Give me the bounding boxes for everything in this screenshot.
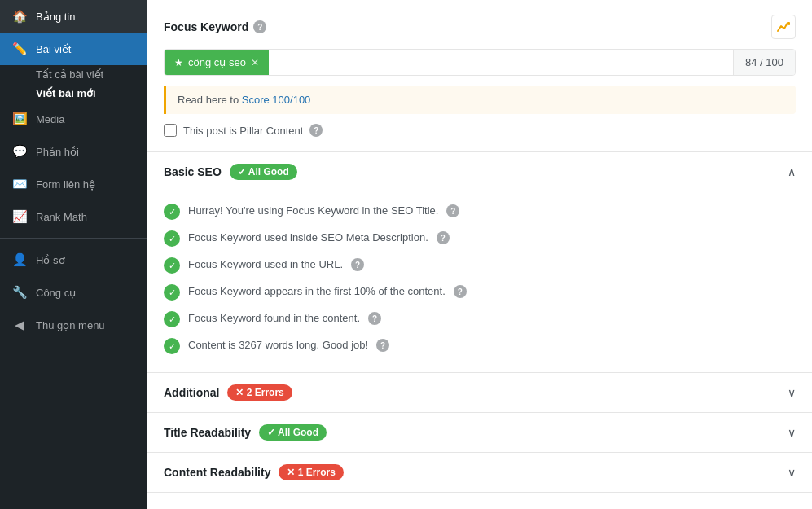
check-green-icon-2: ✓ bbox=[164, 257, 180, 274]
check-item-0: ✓ Hurray! You're using Focus Keyword in … bbox=[164, 198, 796, 225]
media-icon: 🖼️ bbox=[11, 111, 28, 127]
focus-keyword-header: Focus Keyword ? bbox=[164, 15, 796, 39]
sidebar-item-label: Công cụ bbox=[36, 287, 76, 299]
check-help-0[interactable]: ? bbox=[446, 204, 459, 217]
sub-label: Viết bài mới bbox=[36, 87, 96, 99]
content-readability-header[interactable]: Content Readability ✕ 1 Errors ∨ bbox=[147, 453, 812, 492]
check-help-1[interactable]: ? bbox=[437, 231, 450, 244]
additional-left: Additional ✕ 2 Errors bbox=[164, 384, 292, 401]
check-help-3[interactable]: ? bbox=[454, 285, 467, 298]
sub-label: Tất cả bài viết bbox=[36, 68, 103, 81]
title-readability-title: Title Readability bbox=[164, 426, 251, 439]
check-text-0: Hurray! You're using Focus Keyword in th… bbox=[188, 203, 438, 219]
title-readability-left: Title Readability ✓ All Good bbox=[164, 424, 327, 441]
sidebar-item-label: Media bbox=[36, 113, 64, 125]
sidebar-item-tools[interactable]: 🔧 Công cụ bbox=[0, 276, 147, 309]
title-readability-header[interactable]: Title Readability ✓ All Good ∨ bbox=[147, 413, 812, 452]
focus-keyword-label: Focus Keyword bbox=[164, 20, 248, 33]
main-content: Focus Keyword ? ★ công cụ seo ✕ 84 / 100 bbox=[147, 0, 812, 509]
check-text-3: Focus Keyword appears in the first 10% o… bbox=[188, 283, 446, 300]
sidebar-item-label: Thu gọn menu bbox=[36, 319, 105, 331]
sidebar-item-collapse[interactable]: ◀ Thu gọn menu bbox=[0, 309, 147, 341]
profile-icon: 👤 bbox=[11, 252, 28, 268]
chart-icon-button[interactable] bbox=[771, 15, 796, 39]
chart-svg bbox=[776, 20, 791, 34]
check-item-5: ✓ Content is 3267 words long. Good job! … bbox=[164, 332, 796, 359]
title-readability-chevron: ∨ bbox=[788, 426, 796, 439]
basic-seo-chevron: ∧ bbox=[788, 165, 796, 178]
sidebar-item-profile[interactable]: 👤 Hồ sơ bbox=[0, 244, 147, 276]
sidebar-item-label: Rank Math bbox=[36, 211, 87, 223]
rankmath-icon: 📈 bbox=[11, 208, 28, 225]
check-item-3: ✓ Focus Keyword appears in the first 10%… bbox=[164, 279, 796, 305]
check-green-icon-0: ✓ bbox=[164, 204, 180, 220]
check-help-4[interactable]: ? bbox=[368, 312, 381, 325]
comments-icon: 💬 bbox=[11, 143, 28, 160]
pillar-content-label: This post is Pillar Content bbox=[183, 125, 303, 137]
focus-keyword-title: Focus Keyword ? bbox=[164, 20, 266, 33]
check-green-icon-5: ✓ bbox=[164, 338, 180, 354]
basic-seo-check-items: ✓ Hurray! You're using Focus Keyword in … bbox=[147, 191, 812, 372]
keyword-score: 84 / 100 bbox=[733, 50, 795, 75]
sidebar-item-label: Bảng tin bbox=[36, 11, 75, 23]
additional-header[interactable]: Additional ✕ 2 Errors ∨ bbox=[147, 373, 812, 412]
pillar-help-icon[interactable]: ? bbox=[309, 124, 323, 137]
content-readability-title: Content Readability bbox=[164, 466, 270, 479]
keyword-tag: ★ công cụ seo ✕ bbox=[165, 50, 269, 75]
sidebar-sub-new-post[interactable]: Viết bài mới bbox=[0, 84, 147, 103]
check-green-icon-1: ✓ bbox=[164, 230, 180, 247]
title-readability-section: Title Readability ✓ All Good ∨ bbox=[147, 413, 812, 453]
additional-title: Additional bbox=[164, 386, 219, 399]
additional-chevron: ∨ bbox=[788, 386, 796, 399]
sidebar-item-media[interactable]: 🖼️ Media bbox=[0, 103, 147, 135]
basic-seo-header[interactable]: Basic SEO ✓ All Good ∧ bbox=[147, 152, 812, 191]
score-link[interactable]: Score 100/100 bbox=[242, 94, 311, 106]
basic-seo-badge: ✓ All Good bbox=[230, 164, 297, 180]
sidebar-item-rankmath[interactable]: 📈 Rank Math bbox=[0, 200, 147, 233]
sidebar-item-dashboard[interactable]: 🏠 Bảng tin bbox=[0, 0, 147, 33]
content-readability-chevron: ∨ bbox=[788, 466, 796, 479]
basic-seo-left: Basic SEO ✓ All Good bbox=[164, 164, 297, 180]
pillar-content-checkbox[interactable] bbox=[164, 124, 177, 137]
check-green-icon-4: ✓ bbox=[164, 311, 180, 327]
check-help-5[interactable]: ? bbox=[376, 339, 389, 352]
dashboard-icon: 🏠 bbox=[11, 8, 28, 24]
sidebar-item-label: Bài viết bbox=[36, 43, 71, 55]
check-help-2[interactable]: ? bbox=[351, 258, 364, 271]
check-item-1: ✓ Focus Keyword used inside SEO Meta Des… bbox=[164, 225, 796, 252]
tools-icon: 🔧 bbox=[11, 284, 28, 301]
sidebar-item-label: Phản hồi bbox=[36, 146, 79, 158]
content-readability-section: Content Readability ✕ 1 Errors ∨ bbox=[147, 453, 812, 493]
keyword-input-row: ★ công cụ seo ✕ 84 / 100 bbox=[164, 49, 796, 76]
contact-icon: ✉️ bbox=[11, 176, 28, 192]
basic-seo-title: Basic SEO bbox=[164, 165, 222, 178]
sidebar-item-comments[interactable]: 💬 Phản hồi bbox=[0, 135, 147, 168]
additional-section: Additional ✕ 2 Errors ∨ bbox=[147, 373, 812, 413]
check-text-2: Focus Keyword used in the URL. bbox=[188, 257, 343, 273]
content-readability-badge: ✕ 1 Errors bbox=[279, 464, 343, 480]
keyword-text: công cụ seo bbox=[188, 56, 246, 68]
score-display: 84 / 100 bbox=[745, 56, 783, 68]
sidebar-item-label: Form liên hệ bbox=[36, 178, 95, 191]
pillar-content-row: This post is Pillar Content ? bbox=[164, 124, 796, 137]
sidebar-sub-all-posts[interactable]: Tất cả bài viết bbox=[0, 65, 147, 84]
check-text-1: Focus Keyword used inside SEO Meta Descr… bbox=[188, 230, 428, 246]
basic-seo-section: Basic SEO ✓ All Good ∧ ✓ Hurray! You're … bbox=[147, 152, 812, 373]
keyword-remove-button[interactable]: ✕ bbox=[251, 57, 259, 68]
check-text-4: Focus Keyword found in the content. bbox=[188, 310, 360, 327]
check-green-icon-3: ✓ bbox=[164, 284, 180, 301]
sidebar: 🏠 Bảng tin ✏️ Bài viết Tất cả bài viết V… bbox=[0, 0, 147, 509]
sidebar-item-posts[interactable]: ✏️ Bài viết bbox=[0, 33, 147, 65]
collapse-icon: ◀ bbox=[11, 317, 28, 333]
sidebar-divider bbox=[0, 238, 147, 239]
check-item-4: ✓ Focus Keyword found in the content. ? bbox=[164, 305, 796, 332]
sidebar-item-label: Hồ sơ bbox=[36, 254, 65, 266]
focus-keyword-help-icon[interactable]: ? bbox=[253, 20, 266, 33]
check-item-2: ✓ Focus Keyword used in the URL. ? bbox=[164, 252, 796, 279]
additional-badge: ✕ 2 Errors bbox=[227, 384, 292, 401]
focus-keyword-section: Focus Keyword ? ★ công cụ seo ✕ 84 / 100 bbox=[147, 0, 812, 152]
check-text-5: Content is 3267 words long. Good job! bbox=[188, 337, 368, 353]
sidebar-item-contact[interactable]: ✉️ Form liên hệ bbox=[0, 168, 147, 200]
star-icon: ★ bbox=[174, 57, 183, 68]
posts-icon: ✏️ bbox=[11, 41, 28, 57]
